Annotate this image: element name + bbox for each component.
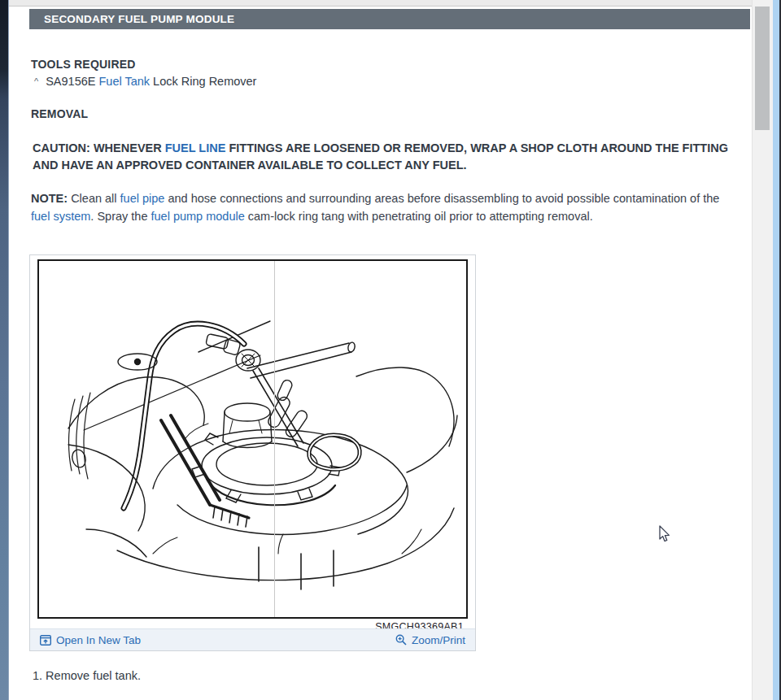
note-text-4: cam-lock ring tang with penetrating oil … bbox=[245, 210, 593, 223]
list-bullet: ^ bbox=[34, 76, 38, 86]
caution-label: CAUTION: bbox=[33, 141, 90, 154]
fuel-tank-illustration bbox=[39, 261, 466, 617]
note-label: NOTE: bbox=[31, 192, 68, 205]
fuel-pump-module-link[interactable]: fuel pump module bbox=[151, 210, 245, 223]
mouse-cursor bbox=[657, 525, 672, 543]
tool-code: SA9156E bbox=[46, 75, 98, 88]
zoom-print-label: Zoom/Print bbox=[412, 634, 465, 646]
open-in-new-tab-button[interactable]: Open In New Tab bbox=[40, 634, 141, 646]
fuel-system-link[interactable]: fuel system bbox=[31, 210, 90, 223]
top-divider-strip bbox=[9, 0, 752, 7]
right-accent-strip bbox=[773, 0, 779, 700]
tools-required-heading: TOOLS REQUIRED bbox=[31, 58, 136, 71]
tool-list-item: ^SA9156E Fuel Tank Lock Ring Remover bbox=[34, 75, 256, 88]
zoom-magnifier-icon bbox=[395, 634, 407, 646]
note-text-3: . Spray the bbox=[90, 210, 151, 223]
zoom-print-button[interactable]: Zoom/Print bbox=[395, 634, 465, 646]
open-in-new-tab-label: Open In New Tab bbox=[56, 634, 141, 646]
page: SECONDARY FUEL PUMP MODULE TOOLS REQUIRE… bbox=[0, 0, 781, 700]
scan-artifact-line bbox=[274, 261, 275, 619]
fuel-pipe-link[interactable]: fuel pipe bbox=[120, 192, 165, 205]
caution-text: WHENEVER bbox=[90, 141, 165, 154]
fuel-line-link[interactable]: FUEL LINE bbox=[165, 141, 226, 154]
step-1-text: 1. Remove fuel tank. bbox=[33, 669, 141, 682]
left-background-strip bbox=[0, 0, 9, 700]
open-in-new-tab-icon bbox=[40, 635, 51, 646]
caution-paragraph: CAUTION: WHENEVER FUEL LINE FITTINGS ARE… bbox=[33, 140, 732, 174]
section-header-bar: SECONDARY FUEL PUMP MODULE bbox=[29, 9, 750, 29]
figure-panel: SMGCH93369AB1 Open In New Tab Zoom/Print bbox=[29, 254, 476, 651]
note-text-2: and hose connections and surrounding are… bbox=[164, 192, 719, 205]
vertical-scrollbar-thumb[interactable] bbox=[755, 7, 770, 130]
note-text-1: Clean all bbox=[68, 192, 120, 205]
removal-heading: REMOVAL bbox=[31, 107, 88, 120]
section-title: SECONDARY FUEL PUMP MODULE bbox=[44, 13, 234, 25]
note-paragraph: NOTE: Clean all fuel pipe and hose conne… bbox=[31, 190, 731, 225]
figure-image[interactable] bbox=[37, 259, 468, 619]
figure-toolbar: Open In New Tab Zoom/Print bbox=[30, 628, 475, 650]
fuel-tank-link[interactable]: Fuel Tank bbox=[98, 75, 150, 88]
tool-suffix: Lock Ring Remover bbox=[150, 75, 256, 88]
